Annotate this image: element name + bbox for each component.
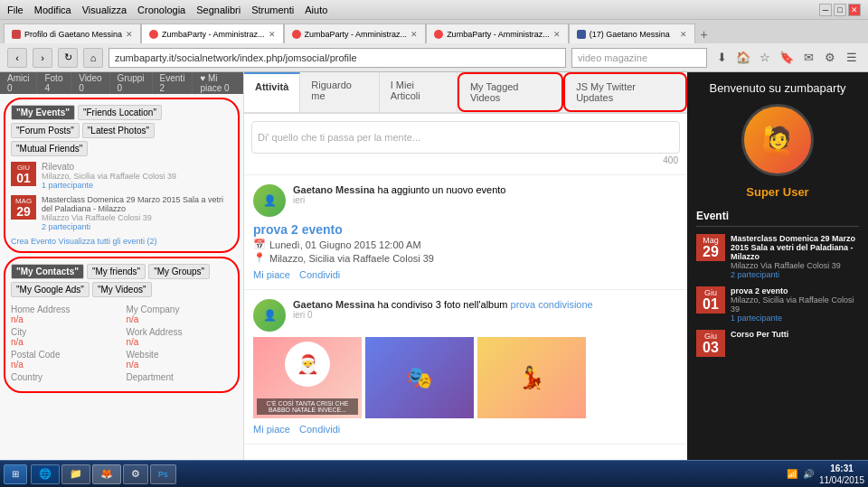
post1-share-btn[interactable]: Condividi xyxy=(299,269,340,280)
my-groups-tab[interactable]: "My Groups" xyxy=(148,264,210,279)
tab-zumba2[interactable]: ZumbaParty - Amministraz... ✕ xyxy=(284,23,427,43)
toolbar-icons: ⬇ 🏠 ☆ 🔖 ✉ ⚙ ☰ xyxy=(712,49,861,67)
back-button[interactable]: ‹ xyxy=(7,48,27,68)
super-user-avatar[interactable]: 🙋 xyxy=(741,104,814,176)
right-event1-title[interactable]: Masterclass Domenica 29 Marzo 2015 Sala … xyxy=(731,234,859,261)
tab-zumba1[interactable]: ZumbaParty - Amministraz... ✕ xyxy=(141,23,284,43)
work-address-value: n/a xyxy=(127,337,233,347)
post1-actions: Mi piace Condividi xyxy=(253,269,678,280)
right-event2-title[interactable]: prova 2 evento xyxy=(731,286,859,295)
menu-file[interactable]: File xyxy=(7,5,24,15)
taskbar-photoshop[interactable]: Ps xyxy=(150,464,176,484)
settings-icon[interactable]: ⚙ xyxy=(821,49,839,67)
nav-gruppi[interactable]: Gruppi 0 xyxy=(110,72,153,94)
crea-evento-link[interactable]: Crea Evento xyxy=(11,237,56,246)
taskbar-explorer[interactable]: 📁 xyxy=(61,464,90,484)
department-label: Department xyxy=(127,372,233,382)
tab-close-1[interactable]: ✕ xyxy=(126,30,133,39)
menu-icon[interactable]: ☰ xyxy=(843,49,861,67)
forward-button[interactable]: › xyxy=(33,48,52,68)
calendar-icon: 📅 xyxy=(253,239,266,250)
menu-strumenti[interactable]: Strumenti xyxy=(251,5,294,15)
tab-profilo[interactable]: Profilo di Gaetano Messina ✕ xyxy=(4,23,141,43)
post1-like-btn[interactable]: Mi piace xyxy=(253,269,290,280)
page-top-nav: Amici 0 Foto 4 Video 0 Gruppi 0 Eventi 2… xyxy=(0,72,243,94)
taskbar-chrome[interactable]: ⚙ xyxy=(123,464,148,484)
my-google-ads-tab[interactable]: "My Google Ads" xyxy=(11,282,90,297)
nav-mipiace[interactable]: ♥ Mi piace 0 xyxy=(193,73,243,93)
menu-segnalibri[interactable]: Segnalibri xyxy=(196,5,241,15)
tab-close-3[interactable]: ✕ xyxy=(410,30,418,39)
star-icon[interactable]: ☆ xyxy=(756,49,774,67)
start-button[interactable]: ⊞ xyxy=(4,464,27,484)
nav-foto[interactable]: Foto 4 xyxy=(37,72,71,94)
tab-close-4[interactable]: ✕ xyxy=(553,30,561,39)
title-bar-controls: ─ □ ✕ xyxy=(819,4,861,16)
nav-video[interactable]: Video 0 xyxy=(71,72,109,94)
event2-title[interactable]: Masterclass Domenica 29 Marzo 2015 Sala … xyxy=(42,195,232,213)
photo-2[interactable]: 🎭 xyxy=(365,337,474,418)
tab-articoli[interactable]: I Miei Articoli xyxy=(380,72,458,112)
bookmark-icon[interactable]: 🔖 xyxy=(778,49,796,67)
date-display: 11/04/2015 xyxy=(819,474,864,486)
post2-like-btn[interactable]: Mi piace xyxy=(253,424,290,435)
post-input[interactable]: Di' quello che ti passa per la mente... xyxy=(251,121,680,154)
tab-favicon-1 xyxy=(12,30,21,39)
my-friends-tab[interactable]: "My friends" xyxy=(87,264,146,279)
post1-author[interactable]: Gaetano Messina xyxy=(293,184,374,195)
latest-photos-tab[interactable]: "Latest Photos" xyxy=(82,123,155,138)
forum-posts-tab[interactable]: "Forum Posts" xyxy=(11,123,80,138)
right-event3-title[interactable]: Corso Per Tutti xyxy=(731,330,788,339)
my-contacts-tab[interactable]: "My Contacts" xyxy=(11,264,84,279)
post1-event-location: 📍 Milazzo, Sicilia via Raffaele Colosi 3… xyxy=(253,252,678,264)
photo-3[interactable]: 💃 xyxy=(477,337,586,418)
home-button[interactable]: ⌂ xyxy=(83,48,103,68)
photo-1[interactable]: 🎅 C'È COSÌ TANTA CRISI CHE BABBO NATALE … xyxy=(253,337,362,418)
my-videos-tab[interactable]: "My Videos" xyxy=(92,282,152,297)
search-bar[interactable]: video magazine xyxy=(571,48,707,68)
menu-cronologia[interactable]: Cronologia xyxy=(137,5,185,15)
tab-facebook[interactable]: (17) Gaetano Messina ✕ xyxy=(569,23,695,43)
post2-album-link[interactable]: prova condivisione xyxy=(511,299,593,310)
my-events-tab[interactable]: "My Events" xyxy=(11,105,75,120)
windows-icon: ⊞ xyxy=(12,469,19,479)
tab-zumba3[interactable]: ZumbaParty - Amministraz... ✕ xyxy=(426,23,569,43)
taskbar-ie[interactable]: 🌐 xyxy=(31,464,60,484)
reload-button[interactable]: ↻ xyxy=(58,48,78,68)
menu-modifica[interactable]: Modifica xyxy=(34,5,71,15)
url-input[interactable]: zumbaparty.it/socialnetwork/index.php/jo… xyxy=(108,48,566,68)
menu-aiuto[interactable]: Aiuto xyxy=(305,5,327,15)
tab-attivita[interactable]: Attività xyxy=(244,72,300,112)
email-icon[interactable]: ✉ xyxy=(799,49,817,67)
new-tab-button[interactable]: + xyxy=(695,25,713,43)
tab-close-5[interactable]: ✕ xyxy=(680,30,687,39)
tab-twitter[interactable]: JS My Twitter Updates xyxy=(563,72,687,112)
postal-code-value: n/a xyxy=(11,360,118,370)
nav-eventi[interactable]: Eventi 2 xyxy=(153,72,193,94)
right-event-3: Giu 03 Corso Per Tutti xyxy=(696,330,859,357)
post2-share-btn[interactable]: Condividi xyxy=(299,424,340,435)
post1-event-title[interactable]: prova 2 evento xyxy=(253,222,678,237)
nav-amici[interactable]: Amici 0 xyxy=(0,72,37,94)
close-button[interactable]: ✕ xyxy=(848,4,861,16)
taskbar-firefox[interactable]: 🦊 xyxy=(92,464,121,484)
event1-title[interactable]: Rilevato xyxy=(42,162,176,172)
ie-icon: 🌐 xyxy=(39,468,52,480)
visualizza-eventi-link[interactable]: Visualizza tutti gli eventi (2) xyxy=(59,237,157,246)
event2-day: 29 xyxy=(13,205,34,218)
tab-riguardo[interactable]: Riguardo me xyxy=(300,72,379,112)
home-icon[interactable]: 🏠 xyxy=(734,49,752,67)
menu-visualizza[interactable]: Visualizza xyxy=(82,5,127,15)
tab-label-4: ZumbaParty - Amministraz... xyxy=(447,30,550,39)
friends-location-tab[interactable]: "Friends Location" xyxy=(78,105,162,120)
event1-participants: 1 partecipante xyxy=(42,181,176,190)
mutual-friends-tab[interactable]: "Mutual Friends" xyxy=(11,141,88,156)
right-event1-participants: 2 partecipanti xyxy=(731,270,859,279)
tab-tagged-videos[interactable]: My Tagged Videos xyxy=(458,72,563,112)
maximize-button[interactable]: □ xyxy=(834,4,846,16)
right-event2-location: Milazzo, Sicilia via Raffaele Colosi 39 xyxy=(731,295,859,314)
tab-close-2[interactable]: ✕ xyxy=(269,30,276,39)
minimize-button[interactable]: ─ xyxy=(819,4,832,16)
post2-author[interactable]: Gaetano Messina xyxy=(293,299,374,310)
download-icon[interactable]: ⬇ xyxy=(712,49,731,67)
